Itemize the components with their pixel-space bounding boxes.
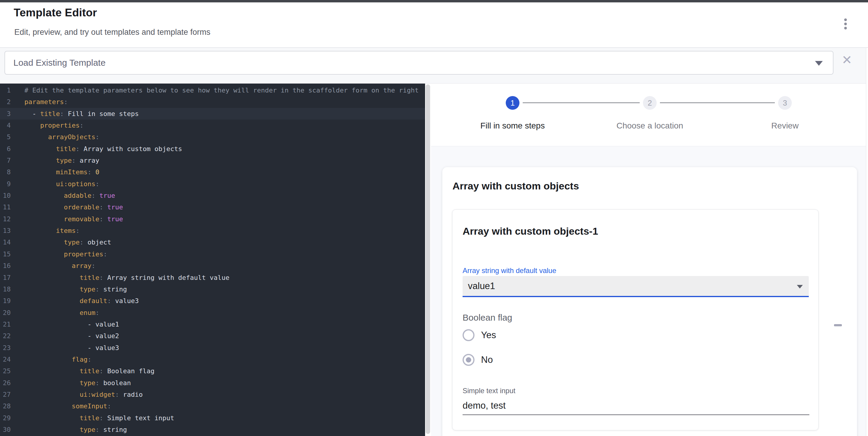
code-line-24[interactable]: 24 flag:: [0, 354, 425, 365]
code-line-29[interactable]: 29 title: Simple text input: [0, 412, 425, 424]
code-line-18[interactable]: 18 type: string: [0, 283, 425, 295]
line-number: 2: [0, 96, 11, 108]
code-text: array:: [11, 260, 95, 272]
code-text: properties:: [11, 120, 84, 131]
code-line-22[interactable]: 22 - value2: [0, 330, 425, 342]
code-text: type: boolean: [11, 377, 131, 389]
select-field-label: Array string with default value: [463, 266, 556, 275]
code-line-28[interactable]: 28 someInput:: [0, 400, 425, 412]
code-text: parameters:: [11, 96, 68, 108]
code-line-20[interactable]: 20 enum:: [0, 307, 425, 318]
load-template-row: Load Existing Template ✕: [0, 48, 868, 83]
form-section-title: Array with custom objects: [453, 180, 579, 192]
code-line-9[interactable]: 9 ui:options:: [0, 178, 425, 190]
code-line-26[interactable]: 26 type: boolean: [0, 377, 425, 389]
code-line-19[interactable]: 19 default: value3: [0, 295, 425, 307]
step-circle-2[interactable]: 2: [643, 96, 657, 110]
line-number: 28: [0, 400, 11, 412]
code-line-11[interactable]: 11 orderable: true: [0, 201, 425, 213]
code-text: addable: true: [11, 190, 115, 201]
code-line-30[interactable]: 30 type: string: [0, 424, 425, 435]
text-input[interactable]: demo, test: [463, 400, 506, 411]
more-options-button[interactable]: [838, 14, 852, 33]
clear-template-button[interactable]: ✕: [838, 52, 856, 69]
line-number: 15: [0, 248, 11, 260]
code-line-8[interactable]: 8 minItems: 0: [0, 166, 425, 178]
select-value: value1: [468, 276, 495, 296]
text-input-label: Simple text input: [463, 387, 515, 395]
code-line-4[interactable]: 4 properties:: [0, 120, 425, 131]
code-text: ui:options:: [11, 178, 99, 190]
step-circle-1[interactable]: 1: [506, 96, 520, 110]
array-string-select[interactable]: value1: [463, 276, 809, 297]
step-connector-line: [660, 102, 775, 103]
code-line-5[interactable]: 5 arrayObjects:: [0, 131, 425, 143]
array-item-card: Array with custom objects-1 Array string…: [452, 209, 818, 430]
line-number: 5: [0, 131, 11, 143]
line-number: 19: [0, 295, 11, 307]
line-number: 9: [0, 178, 11, 190]
remove-item-button[interactable]: [831, 320, 845, 330]
radio-option-yes[interactable]: Yes: [463, 329, 496, 341]
line-number: 6: [0, 143, 11, 155]
code-text: - value3: [11, 342, 119, 354]
code-editor[interactable]: 1# Edit the template parameters below to…: [0, 83, 425, 436]
code-line-1[interactable]: 1# Edit the template parameters below to…: [0, 85, 425, 96]
code-line-15[interactable]: 15 properties:: [0, 248, 425, 260]
code-text: orderable: true: [11, 201, 123, 213]
line-number: 7: [0, 155, 11, 166]
code-text: title: Boolean flag: [11, 365, 154, 377]
code-text: type: string: [11, 283, 127, 295]
code-text: enum:: [11, 307, 99, 318]
select-focus-underline: [463, 296, 809, 297]
step-circle-3[interactable]: 3: [778, 96, 792, 110]
code-text: someInput:: [11, 400, 111, 412]
kebab-dot-icon: [844, 27, 847, 29]
chevron-down-icon: [815, 61, 823, 66]
code-line-21[interactable]: 21 - value1: [0, 318, 425, 330]
code-line-3[interactable]: 3 - title: Fill in some steps: [0, 108, 425, 120]
code-text: type: string: [11, 424, 127, 435]
array-item-title: Array with custom objects-1: [463, 225, 598, 237]
template-editor-page: Template Editor Edit, preview, and try o…: [0, 0, 868, 436]
code-line-17[interactable]: 17 title: Array string with default valu…: [0, 272, 425, 283]
code-line-13[interactable]: 13 items:: [0, 225, 425, 236]
code-text: arrayObjects:: [11, 131, 99, 143]
radio-dot: [466, 357, 471, 363]
radio-option-no[interactable]: No: [463, 354, 493, 366]
code-line-7[interactable]: 7 type: array: [0, 155, 425, 166]
code-text: - title: Fill in some steps: [11, 108, 139, 120]
code-line-6[interactable]: 6 title: Array with custom objects: [0, 143, 425, 155]
code-line-10[interactable]: 10 addable: true: [0, 190, 425, 201]
minus-icon: [834, 324, 842, 326]
radio-group-label: Boolean flag: [463, 312, 512, 323]
kebab-dot-icon: [844, 23, 847, 25]
code-line-23[interactable]: 23 - value3: [0, 342, 425, 354]
radio-option-label: No: [481, 355, 493, 365]
code-text: ui:widget: radio: [11, 389, 143, 400]
code-text: # Edit the template parameters below to …: [11, 85, 419, 96]
radio-unselected-icon: [463, 329, 474, 341]
form-card: Array with custom objects Array with cus…: [442, 167, 857, 436]
code-line-25[interactable]: 25 title: Boolean flag: [0, 365, 425, 377]
page-scrollbar-gutter[interactable]: [866, 48, 868, 436]
chevron-down-icon: [797, 285, 803, 289]
step-label-3: Review: [771, 121, 799, 131]
editor-scrollbar[interactable]: [425, 83, 431, 436]
load-template-select[interactable]: Load Existing Template: [4, 51, 834, 75]
code-line-16[interactable]: 16 array:: [0, 260, 425, 272]
line-number: 26: [0, 377, 11, 389]
step-label-1: Fill in some steps: [480, 121, 545, 131]
code-line-2[interactable]: 2parameters:: [0, 96, 425, 108]
radio-selected-icon: [463, 354, 474, 366]
code-line-14[interactable]: 14 type: object: [0, 236, 425, 248]
editor-scrollbar-thumb[interactable]: [426, 85, 430, 434]
code-line-12[interactable]: 12 removable: true: [0, 213, 425, 225]
code-text: default: value3: [11, 295, 139, 307]
line-number: 20: [0, 307, 11, 318]
stepper: 1Fill in some steps2Choose a location3Re…: [431, 83, 868, 146]
line-number: 23: [0, 342, 11, 354]
code-line-27[interactable]: 27 ui:widget: radio: [0, 389, 425, 400]
line-number: 21: [0, 318, 11, 330]
code-text: flag:: [11, 354, 91, 365]
